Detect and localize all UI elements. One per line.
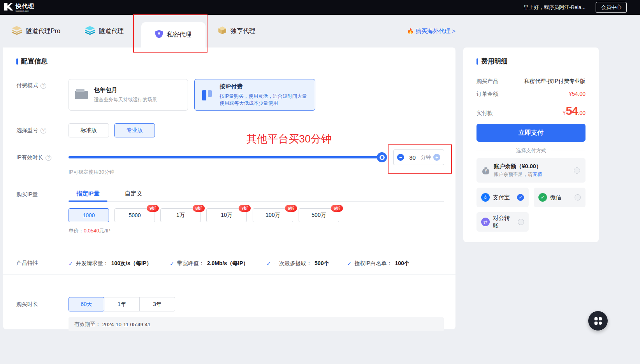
dedicated-proxy-cube-icon [218,26,227,36]
ip-duration-hint: IP可稳定使用30分钟 [69,169,114,176]
ip-duration-value: 30 [406,154,418,161]
model-option-standard[interactable]: 标准版 [69,123,109,137]
section-divider [3,274,455,275]
pay-method-title: 选择支付方式 [476,147,585,154]
ip-duration-slider[interactable] [69,156,387,158]
balance-pay-option[interactable]: ¥ 账户余额（¥0.00） 账户余额不足，请充值 [476,158,585,183]
logo-subtitle: kuaidaili.com [16,10,34,12]
amount-option-5000[interactable]: 5000 9折 [114,208,155,222]
tab-custom-amount[interactable]: 自定义 [120,187,147,201]
amount-option-1000[interactable]: 1000 [69,208,109,222]
feature-item: ✓ 授权IP白名单：100个 [347,260,409,267]
logo-title: 快代理 [16,3,34,9]
config-section-title: 配置信息 [16,57,47,66]
model-option-pro[interactable]: 专业版 [114,123,155,137]
tab-specified-amount[interactable]: 指定IP量 [69,187,107,201]
logo-icon [4,2,13,12]
tab-dedicated-proxy[interactable]: 独享代理 [218,15,255,47]
pay-now-button[interactable]: 立即支付 [476,124,585,142]
tab-tunnel-proxy-pro[interactable]: 隧道代理Pro [12,15,60,47]
feature-item: ✓ 并发请求量：100次/s（每IP） [69,260,152,267]
product-value: 私密代理-按IP付费专业版 [524,78,585,85]
transfer-radio[interactable] [518,219,524,225]
wechat-option[interactable]: ✓ 微信 [534,188,585,207]
overseas-link-text: 购买海外代理 > [415,28,455,35]
tab-label: 独享代理 [230,27,255,35]
section-accent-bar [16,58,18,65]
alipay-icon: 支 [481,193,490,202]
logo[interactable]: 快代理 kuaidaili.com [4,2,34,12]
pay-mode-title: 包年包月 [94,86,157,94]
member-center-button[interactable]: 会员中心 [596,2,627,13]
amount-option-100k[interactable]: 10万 7折 [206,208,247,222]
ip-amount-label: 购买IP量 [16,191,38,198]
order-amount-row: 订单金额 ¥54.00 [476,91,585,98]
paid-amount-value: ¥54.00 [563,104,585,118]
ip-duration-slider-handle[interactable] [377,152,387,162]
discount-badge: 6折 [285,205,297,212]
buy-duration-options: 60天 1年 3年 [69,297,175,311]
help-icon[interactable]: ? [40,83,46,89]
check-icon: ✓ [347,260,352,267]
discount-badge: 9折 [147,205,159,212]
pay-mode-desc: 适合业务每天持续运行的场景 [94,96,157,103]
help-icon[interactable]: ? [40,128,46,134]
wallet-icon [75,91,88,99]
quick-menu-button[interactable] [588,311,608,331]
tunnel-icon [85,26,95,37]
wechat-radio[interactable] [575,194,581,200]
ip-duration-unit: 分钟 [421,154,431,161]
check-icon: ✓ [69,260,73,267]
pay-mode-option-per-ip[interactable]: 按IP付费 按IP量购买，使用灵活，适合短时间大量使用或每天低成本少量使用 [194,79,315,111]
alipay-option[interactable]: 支 支付宝 ✓ [476,188,529,207]
duration-option-1y[interactable]: 1年 [104,297,140,311]
unit-price: 单价：0.0540元/IP [69,227,111,234]
ip-duration-stepper: − 30 分钟 + [393,149,444,165]
pay-mode-label: 付费模式 ? [16,82,46,89]
corporate-transfer-option[interactable]: ⇄ 对公转账 [476,212,529,232]
check-icon: ✓ [170,260,174,267]
expiry-date: 2024-10-11 05:49:41 [102,322,151,327]
tab-label: 隧道代理Pro [26,27,60,35]
amount-option-1m[interactable]: 100万 6折 [253,208,293,222]
balance-warning: 账户余额不足，请充值 [494,171,574,178]
feature-list: ✓ 并发请求量：100次/s（每IP） ✓ 带宽峰值：2.0Mb/s（每IP） … [69,260,410,267]
paid-amount-row: 实付款 ¥54.00 [476,104,585,118]
balance-title: 账户余额（¥0.00） [494,163,574,170]
tab-label: 隧道代理 [99,27,124,35]
product-row: 购买产品 私密代理-按IP付费专业版 [476,78,585,85]
buy-overseas-proxy-link[interactable]: 🔥 购买海外代理 > [407,15,455,47]
ip-pay-bars-icon [202,90,212,100]
recharge-link[interactable]: 充值 [533,172,542,177]
pay-mode-option-yearly[interactable]: 包年包月 适合业务每天持续运行的场景 [69,79,188,111]
alipay-radio-checked[interactable]: ✓ [517,194,524,201]
amount-option-5m[interactable]: 500万 6折 [299,208,339,222]
product-tabs: 隧道代理Pro 隧道代理 私密代理 独享代理 [0,15,640,47]
check-icon: ✓ [266,260,271,267]
minus-button[interactable]: − [397,154,404,161]
amount-option-10k[interactable]: 1万 8折 [160,208,201,222]
expiry-info: 有效期至： 2024-10-11 05:49:41 [69,317,444,331]
help-icon[interactable]: ? [46,155,51,161]
order-amount-value: ¥54.00 [569,91,585,97]
pay-mode-desc: 按IP量购买，使用灵活，适合短时间大量使用或每天低成本少量使用 [220,93,309,107]
money-bag-icon: ¥ [482,167,490,174]
tunnel-pro-icon [12,26,22,37]
transfer-icon: ⇄ [481,218,490,226]
feature-item: ✓ 带宽峰值：2.0Mb/s（每IP） [170,260,248,267]
section-accent-bar [476,58,478,65]
cost-summary-panel: 费用明细 购买产品 私密代理-按IP付费专业版 订单金额 ¥54.00 实付款 … [463,47,599,242]
discount-badge: 6折 [331,205,343,212]
tab-tunnel-proxy[interactable]: 隧道代理 [85,15,124,47]
duration-option-60d[interactable]: 60天 [69,297,104,311]
duration-option-3y[interactable]: 3年 [139,297,175,311]
wechat-icon: ✓ [538,193,547,202]
balance-radio[interactable] [574,167,580,174]
summary-section-title: 费用明细 [476,57,508,66]
pay-mode-title: 按IP付费 [220,83,309,90]
flame-icon: 🔥 [407,28,414,34]
discount-badge: 7折 [239,205,251,212]
tab-private-proxy[interactable]: 私密代理 [141,22,206,47]
plus-button[interactable]: + [433,154,440,161]
config-panel: 配置信息 付费模式 ? 包年包月 适合业务每天持续运行的场景 按IP付费 按IP… [3,47,455,329]
